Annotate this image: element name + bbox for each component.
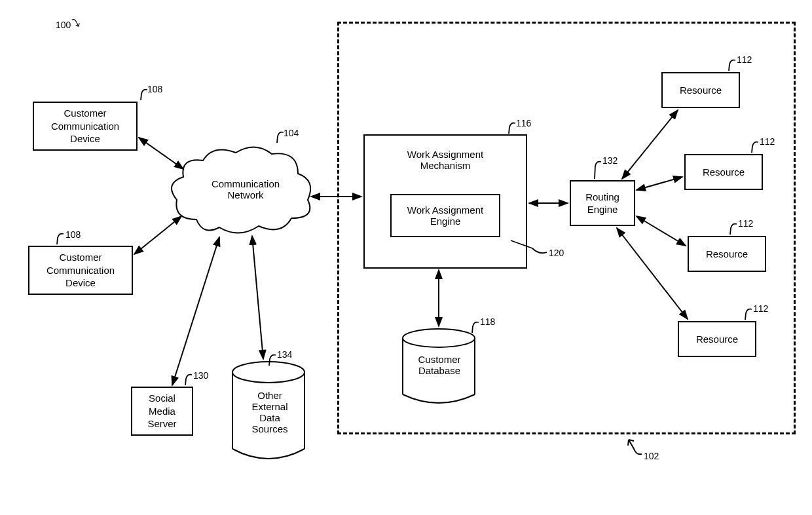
ref-112: 112 xyxy=(738,218,753,229)
system-diagram: 100 102 Customer Communication Device 10… xyxy=(0,0,812,515)
resource-box: Resource xyxy=(678,321,756,357)
ref-hook-icon xyxy=(54,233,65,247)
ref-116: 116 xyxy=(516,118,531,128)
customer-db-label: Customer Database xyxy=(413,354,466,376)
ref-hook-icon xyxy=(266,354,278,368)
ref-132: 132 xyxy=(602,155,618,166)
ref-hook-icon xyxy=(742,308,754,322)
ref-hook-icon xyxy=(71,18,83,29)
ref-hook-icon xyxy=(726,59,737,73)
ref-hook-icon xyxy=(727,223,739,237)
ref-118: 118 xyxy=(480,316,495,327)
customer-device-box: Customer Communication Device xyxy=(28,246,133,295)
work-assignment-engine-box: Work Assignment Engine xyxy=(390,194,500,237)
resource-box: Resource xyxy=(684,154,763,190)
ref-108: 108 xyxy=(147,84,162,94)
external-data-label: Other External Data Sources xyxy=(247,390,293,434)
ref-hook-icon xyxy=(622,436,646,455)
ref-hook-icon xyxy=(138,88,149,103)
ref-100: 100 xyxy=(56,20,71,30)
resource-box: Resource xyxy=(688,236,766,272)
ref-hook-icon xyxy=(182,373,194,388)
wam-label: Work Assignment Mechanism xyxy=(407,149,483,171)
routing-engine-box: Routing Engine xyxy=(570,180,635,226)
ref-104: 104 xyxy=(284,128,299,138)
ref-134: 134 xyxy=(277,349,292,360)
network-label: Communication Network xyxy=(200,178,291,200)
ref-120: 120 xyxy=(549,248,564,258)
resource-box: Resource xyxy=(661,72,740,108)
ref-hook-icon xyxy=(506,122,517,136)
ref-hook-icon xyxy=(469,321,481,335)
ref-112: 112 xyxy=(737,54,752,65)
svg-line-4 xyxy=(172,237,219,385)
ref-hook-icon xyxy=(748,141,760,155)
ref-hook-icon xyxy=(274,131,286,145)
ref-108: 108 xyxy=(65,229,81,240)
work-assignment-mechanism-box: Work Assignment Mechanism Work Assignmen… xyxy=(363,134,527,269)
svg-line-5 xyxy=(252,236,263,359)
customer-device-box: Customer Communication Device xyxy=(33,102,138,151)
svg-point-1 xyxy=(403,329,475,347)
ref-leader-icon xyxy=(507,239,548,256)
ref-hook-icon xyxy=(591,161,603,180)
ref-102: 102 xyxy=(644,451,659,461)
ref-112: 112 xyxy=(753,303,768,314)
ref-112: 112 xyxy=(760,136,775,147)
social-media-server-box: Social Media Server xyxy=(131,387,193,436)
ref-130: 130 xyxy=(193,370,208,381)
